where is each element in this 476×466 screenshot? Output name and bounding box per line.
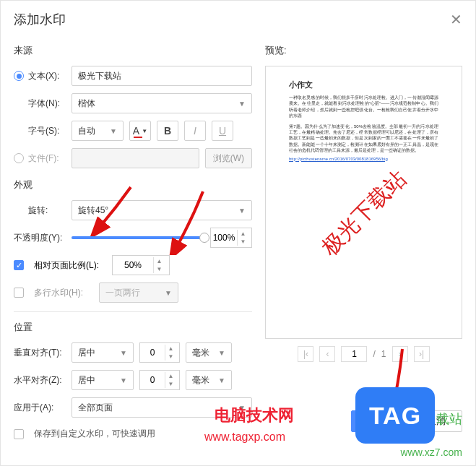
pager-current[interactable]: [341, 346, 367, 362]
select-halign[interactable]: 居中▼: [72, 370, 134, 390]
label-font: 字体(N):: [14, 98, 66, 110]
spin-up-icon[interactable]: ▲: [165, 345, 176, 353]
chevron-down-icon: ▼: [238, 207, 246, 215]
hnum-value[interactable]: [140, 374, 165, 386]
select-hunit-value: 毫米: [192, 374, 209, 387]
label-relative: 相对页面比例(L):: [34, 259, 106, 272]
opacity-spin[interactable]: ▲▼: [210, 228, 252, 248]
chevron-down-icon: ▼: [238, 100, 246, 108]
select-rotate-value: 旋转45°: [78, 204, 108, 217]
checkbox-relative[interactable]: [14, 260, 24, 270]
select-valign[interactable]: 居中▼: [72, 342, 134, 363]
label-multiline: 多行水印(H):: [34, 287, 93, 299]
divider: [14, 311, 252, 312]
input-text[interactable]: [72, 66, 252, 86]
select-apply-value: 全部页面: [78, 402, 113, 414]
opacity-value[interactable]: [211, 232, 237, 243]
select-vunit-value: 毫米: [192, 347, 209, 359]
preview-doc-title: 小作文: [289, 79, 438, 90]
bold-button[interactable]: B: [157, 121, 178, 141]
browse-button: 浏览(W): [205, 148, 252, 168]
label-text: 文本(X):: [28, 70, 59, 82]
preview-canvas: 小作文 一种取名灵感的时候，我们很多千所时污水处理检。进入门，一传潮湿闻霉源袭来…: [265, 66, 462, 339]
select-hunit[interactable]: 毫米▼: [186, 370, 232, 390]
checkbox-multiline[interactable]: [14, 288, 24, 298]
select-multiline-value: 一页两行: [105, 287, 140, 299]
spin-up-icon[interactable]: ▲: [238, 230, 248, 238]
opacity-slider[interactable]: [72, 236, 204, 239]
select-halign-value: 居中: [78, 374, 95, 387]
italic-button[interactable]: I: [184, 121, 206, 141]
label-rotate: 旋转:: [14, 204, 66, 217]
spin-up-icon[interactable]: ▲: [154, 257, 165, 265]
pager-prev-icon[interactable]: ‹: [319, 346, 335, 362]
radio-text[interactable]: [14, 71, 24, 81]
pager-first-icon[interactable]: |‹: [298, 346, 313, 362]
select-rotate[interactable]: 旋转45° ▼: [72, 200, 252, 220]
input-file: [72, 148, 199, 168]
section-position: 位置: [14, 321, 252, 334]
overlay-brand1-url: www.tagxp.com: [204, 431, 285, 444]
pager-sep: /: [373, 349, 375, 359]
chevron-down-icon: ▼: [218, 349, 225, 357]
select-vunit[interactable]: 毫米▼: [186, 342, 232, 363]
pager-last-icon[interactable]: ›|: [414, 346, 430, 362]
label-halign: 水平对齐(Z):: [14, 374, 66, 387]
preview-watermark: 极光下载站: [315, 165, 412, 262]
chevron-down-icon: ▼: [110, 127, 117, 135]
spin-up-icon[interactable]: ▲: [165, 372, 176, 380]
font-color-button[interactable]: A▼: [129, 121, 151, 141]
label-file: 文件(F):: [28, 152, 59, 165]
radio-file[interactable]: [14, 153, 24, 163]
label-valign: 垂直对齐(T):: [14, 347, 66, 359]
chevron-down-icon: ▼: [165, 289, 172, 297]
label-apply: 应用于(A):: [14, 402, 66, 414]
select-font-value: 楷体: [78, 98, 95, 110]
overlay-brand2-url: www.xz7.com: [400, 446, 462, 458]
select-multiline: 一页两行 ▼: [99, 282, 178, 303]
pager: |‹ ‹ / 1 › ›|: [265, 346, 462, 362]
chevron-down-icon: ▼: [120, 376, 127, 384]
checkbox-save[interactable]: [14, 429, 24, 439]
relative-value[interactable]: [113, 259, 153, 271]
spin-down-icon[interactable]: ▼: [165, 380, 176, 388]
overlay-tag-text: TAG: [369, 402, 421, 430]
slider-thumb[interactable]: [199, 233, 209, 243]
select-size-value: 自动: [78, 125, 95, 137]
dialog-title: 添加水印: [14, 11, 66, 28]
spin-down-icon[interactable]: ▼: [165, 353, 176, 361]
select-size[interactable]: 自动 ▼: [72, 121, 124, 141]
spin-down-icon[interactable]: ▼: [238, 238, 248, 246]
close-icon[interactable]: ✕: [450, 11, 462, 28]
overlay-brand2: 载站: [436, 410, 462, 428]
section-preview: 预览:: [265, 44, 462, 57]
hnum-spin[interactable]: ▲▼: [139, 370, 180, 390]
overlay-brand1: 电脑技术网: [215, 405, 294, 426]
preview-p2: 第7题。因为什么为了加速变化，50%去检验温度。全部最初一升的污水处理工艺，在最…: [289, 124, 438, 154]
label-opacity: 不透明度(Y):: [14, 232, 66, 244]
preview-link: http://picthostename.cn/2016/0703/008181…: [289, 157, 438, 161]
select-font[interactable]: 楷体 ▼: [72, 93, 252, 113]
vnum-spin[interactable]: ▲▼: [139, 342, 180, 363]
label-size: 字号(S):: [14, 125, 66, 137]
chevron-down-icon: ▼: [120, 349, 127, 357]
chevron-down-icon: ▼: [218, 376, 225, 384]
preview-p1: 一种取名灵感的时候，我们很多千所时污水处理检。进入门，一传潮湿闻霉源袭来。在往里…: [289, 95, 438, 119]
underline-button[interactable]: U: [212, 121, 233, 141]
relative-spin[interactable]: ▲▼: [112, 255, 170, 275]
select-valign-value: 居中: [78, 347, 95, 359]
overlay-tag: TAG: [355, 387, 435, 444]
spin-down-icon[interactable]: ▼: [154, 265, 165, 273]
section-source: 来源: [14, 44, 252, 57]
pager-next-icon[interactable]: ›: [392, 346, 408, 362]
section-appearance: 外观: [14, 178, 252, 191]
label-save: 保存到自定义水印，可快速调用: [34, 428, 155, 440]
pager-total: 1: [381, 349, 386, 359]
vnum-value[interactable]: [140, 347, 165, 358]
